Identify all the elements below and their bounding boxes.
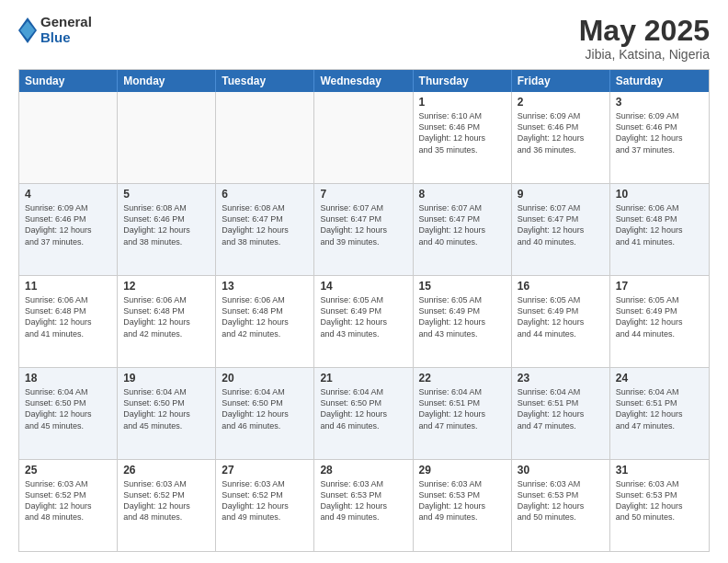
day-info-24: Sunrise: 6:04 AMSunset: 6:51 PMDaylight:… xyxy=(616,386,703,431)
empty-cell xyxy=(216,92,314,183)
day-cell-3: 3Sunrise: 6:09 AMSunset: 6:46 PMDaylight… xyxy=(610,92,709,183)
day-cell-14: 14Sunrise: 6:05 AMSunset: 6:49 PMDayligh… xyxy=(314,276,413,367)
day-info-14: Sunrise: 6:05 AMSunset: 6:49 PMDaylight:… xyxy=(320,294,406,339)
day-cell-18: 18Sunrise: 6:04 AMSunset: 6:50 PMDayligh… xyxy=(19,368,118,459)
day-number-29: 29 xyxy=(419,464,506,477)
day-number-25: 25 xyxy=(25,464,111,477)
day-cell-10: 10Sunrise: 6:06 AMSunset: 6:48 PMDayligh… xyxy=(610,184,709,275)
calendar-header: Sunday Monday Tuesday Wednesday Thursday… xyxy=(19,70,709,92)
day-number-4: 4 xyxy=(25,188,111,201)
empty-cell xyxy=(314,92,413,183)
day-number-12: 12 xyxy=(123,280,210,293)
week-row-2: 4Sunrise: 6:09 AMSunset: 6:46 PMDaylight… xyxy=(19,184,709,276)
day-info-6: Sunrise: 6:08 AMSunset: 6:47 PMDaylight:… xyxy=(222,202,308,247)
week-row-5: 25Sunrise: 6:03 AMSunset: 6:52 PMDayligh… xyxy=(19,460,709,551)
day-cell-17: 17Sunrise: 6:05 AMSunset: 6:49 PMDayligh… xyxy=(610,276,709,367)
week-row-4: 18Sunrise: 6:04 AMSunset: 6:50 PMDayligh… xyxy=(19,368,709,460)
day-cell-27: 27Sunrise: 6:03 AMSunset: 6:52 PMDayligh… xyxy=(216,460,314,551)
day-number-1: 1 xyxy=(419,96,506,109)
day-cell-8: 8Sunrise: 6:07 AMSunset: 6:47 PMDaylight… xyxy=(414,184,512,275)
day-number-6: 6 xyxy=(222,188,308,201)
logo-general-text: General xyxy=(40,15,92,30)
day-number-20: 20 xyxy=(222,372,308,385)
page: General Blue May 2025 Jibia, Katsina, Ni… xyxy=(0,0,728,563)
day-info-22: Sunrise: 6:04 AMSunset: 6:51 PMDaylight:… xyxy=(419,386,506,431)
header-saturday: Saturday xyxy=(610,70,709,92)
day-info-7: Sunrise: 6:07 AMSunset: 6:47 PMDaylight:… xyxy=(320,202,406,247)
week-row-3: 11Sunrise: 6:06 AMSunset: 6:48 PMDayligh… xyxy=(19,276,709,368)
day-info-16: Sunrise: 6:05 AMSunset: 6:49 PMDaylight:… xyxy=(518,294,604,339)
day-info-9: Sunrise: 6:07 AMSunset: 6:47 PMDaylight:… xyxy=(518,202,604,247)
day-info-2: Sunrise: 6:09 AMSunset: 6:46 PMDaylight:… xyxy=(518,110,604,155)
day-info-5: Sunrise: 6:08 AMSunset: 6:46 PMDaylight:… xyxy=(123,202,210,247)
day-info-11: Sunrise: 6:06 AMSunset: 6:48 PMDaylight:… xyxy=(25,294,111,339)
day-cell-2: 2Sunrise: 6:09 AMSunset: 6:46 PMDaylight… xyxy=(512,92,610,183)
day-number-9: 9 xyxy=(518,188,604,201)
day-cell-31: 31Sunrise: 6:03 AMSunset: 6:53 PMDayligh… xyxy=(610,460,709,551)
day-info-28: Sunrise: 6:03 AMSunset: 6:53 PMDaylight:… xyxy=(320,478,406,523)
day-number-13: 13 xyxy=(222,280,308,293)
calendar: Sunday Monday Tuesday Wednesday Thursday… xyxy=(18,69,710,552)
day-number-24: 24 xyxy=(616,372,703,385)
day-cell-16: 16Sunrise: 6:05 AMSunset: 6:49 PMDayligh… xyxy=(512,276,610,367)
day-cell-1: 1Sunrise: 6:10 AMSunset: 6:46 PMDaylight… xyxy=(414,92,512,183)
day-info-13: Sunrise: 6:06 AMSunset: 6:48 PMDaylight:… xyxy=(222,294,308,339)
day-number-16: 16 xyxy=(518,280,604,293)
day-cell-28: 28Sunrise: 6:03 AMSunset: 6:53 PMDayligh… xyxy=(314,460,413,551)
day-info-25: Sunrise: 6:03 AMSunset: 6:52 PMDaylight:… xyxy=(25,478,111,523)
day-cell-5: 5Sunrise: 6:08 AMSunset: 6:46 PMDaylight… xyxy=(118,184,216,275)
day-number-17: 17 xyxy=(616,280,703,293)
day-info-26: Sunrise: 6:03 AMSunset: 6:52 PMDaylight:… xyxy=(123,478,210,523)
day-info-18: Sunrise: 6:04 AMSunset: 6:50 PMDaylight:… xyxy=(25,386,111,431)
day-cell-15: 15Sunrise: 6:05 AMSunset: 6:49 PMDayligh… xyxy=(414,276,512,367)
day-cell-7: 7Sunrise: 6:07 AMSunset: 6:47 PMDaylight… xyxy=(314,184,413,275)
day-info-21: Sunrise: 6:04 AMSunset: 6:50 PMDaylight:… xyxy=(320,386,406,431)
day-info-19: Sunrise: 6:04 AMSunset: 6:50 PMDaylight:… xyxy=(123,386,210,431)
day-number-28: 28 xyxy=(320,464,406,477)
day-number-10: 10 xyxy=(616,188,703,201)
day-info-12: Sunrise: 6:06 AMSunset: 6:48 PMDaylight:… xyxy=(123,294,210,339)
month-title: May 2025 xyxy=(579,15,710,47)
day-cell-25: 25Sunrise: 6:03 AMSunset: 6:52 PMDayligh… xyxy=(19,460,118,551)
day-number-5: 5 xyxy=(123,188,210,201)
day-number-11: 11 xyxy=(25,280,111,293)
day-cell-23: 23Sunrise: 6:04 AMSunset: 6:51 PMDayligh… xyxy=(512,368,610,459)
logo-blue-text: Blue xyxy=(40,30,92,46)
day-number-3: 3 xyxy=(616,96,703,109)
svg-marker-1 xyxy=(20,21,35,40)
day-cell-22: 22Sunrise: 6:04 AMSunset: 6:51 PMDayligh… xyxy=(414,368,512,459)
day-info-20: Sunrise: 6:04 AMSunset: 6:50 PMDaylight:… xyxy=(222,386,308,431)
calendar-body: 1Sunrise: 6:10 AMSunset: 6:46 PMDaylight… xyxy=(19,92,709,551)
day-info-29: Sunrise: 6:03 AMSunset: 6:53 PMDaylight:… xyxy=(419,478,506,523)
day-number-27: 27 xyxy=(222,464,308,477)
day-info-15: Sunrise: 6:05 AMSunset: 6:49 PMDaylight:… xyxy=(419,294,506,339)
day-info-10: Sunrise: 6:06 AMSunset: 6:48 PMDaylight:… xyxy=(616,202,703,247)
location-subtitle: Jibia, Katsina, Nigeria xyxy=(579,47,710,62)
header-monday: Monday xyxy=(118,70,216,92)
day-info-3: Sunrise: 6:09 AMSunset: 6:46 PMDaylight:… xyxy=(616,110,703,155)
day-number-21: 21 xyxy=(320,372,406,385)
day-number-7: 7 xyxy=(320,188,406,201)
empty-cell xyxy=(118,92,216,183)
day-cell-9: 9Sunrise: 6:07 AMSunset: 6:47 PMDaylight… xyxy=(512,184,610,275)
title-block: May 2025 Jibia, Katsina, Nigeria xyxy=(579,15,710,62)
day-cell-26: 26Sunrise: 6:03 AMSunset: 6:52 PMDayligh… xyxy=(118,460,216,551)
day-number-8: 8 xyxy=(419,188,506,201)
day-number-19: 19 xyxy=(123,372,210,385)
header-sunday: Sunday xyxy=(19,70,118,92)
header: General Blue May 2025 Jibia, Katsina, Ni… xyxy=(18,15,710,62)
day-cell-12: 12Sunrise: 6:06 AMSunset: 6:48 PMDayligh… xyxy=(118,276,216,367)
day-cell-30: 30Sunrise: 6:03 AMSunset: 6:53 PMDayligh… xyxy=(512,460,610,551)
header-thursday: Thursday xyxy=(414,70,512,92)
day-cell-20: 20Sunrise: 6:04 AMSunset: 6:50 PMDayligh… xyxy=(216,368,314,459)
empty-cell xyxy=(19,92,118,183)
day-info-4: Sunrise: 6:09 AMSunset: 6:46 PMDaylight:… xyxy=(25,202,111,247)
day-number-23: 23 xyxy=(518,372,604,385)
day-number-31: 31 xyxy=(616,464,703,477)
day-cell-19: 19Sunrise: 6:04 AMSunset: 6:50 PMDayligh… xyxy=(118,368,216,459)
day-info-27: Sunrise: 6:03 AMSunset: 6:52 PMDaylight:… xyxy=(222,478,308,523)
week-row-1: 1Sunrise: 6:10 AMSunset: 6:46 PMDaylight… xyxy=(19,92,709,184)
logo-icon xyxy=(18,17,37,43)
day-number-18: 18 xyxy=(25,372,111,385)
day-number-14: 14 xyxy=(320,280,406,293)
